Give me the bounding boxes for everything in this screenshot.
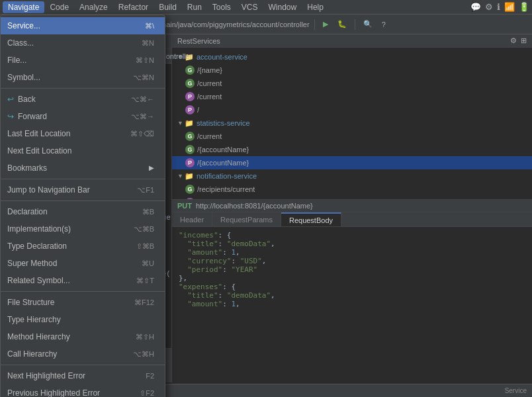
json-line: }, <box>179 274 525 283</box>
help-btn[interactable]: ? <box>378 19 389 30</box>
settings-icon[interactable]: ⚙ <box>485 2 493 12</box>
dropdown-menu: Service... ⌘\ Class... ⌘N File... ⌘⇧N Sy… <box>0 15 165 397</box>
expand-icon[interactable]: ⊞ <box>521 36 527 45</box>
dd-super-method[interactable]: Super Method ⌘U <box>1 255 165 272</box>
menu-window[interactable]: Window <box>263 1 302 13</box>
dd-file-structure[interactable]: File Structure ⌘F12 <box>1 294 165 311</box>
dd-class[interactable]: Class... ⌘N <box>1 34 165 52</box>
json-line: "amount": 1, <box>179 248 525 257</box>
dd-super-method-shortcut: ⌘U <box>142 257 154 270</box>
dd-jump-nav-label: Jump to Navigation Bar <box>7 183 124 197</box>
tab-header[interactable]: Header <box>172 212 212 226</box>
tab-request-body[interactable]: RequestBody <box>281 212 341 226</box>
info-icon[interactable]: ℹ <box>497 2 500 12</box>
dd-separator-5 <box>1 365 165 365</box>
collapse-arrow: ▼ <box>177 170 183 182</box>
menu-refactor[interactable]: Refactor <box>113 1 154 13</box>
menu-code[interactable]: Code <box>44 1 74 13</box>
dd-last-edit[interactable]: Last Edit Location ⌘⇧⌫ <box>1 125 165 142</box>
dd-call-hierarchy[interactable]: Call Hierarchy ⌥⌘H <box>1 345 165 363</box>
tree-item-notification-service[interactable]: ▼ 📁 notification-service <box>172 169 532 183</box>
dd-bookmarks-label: Bookmarks <box>7 161 145 175</box>
endpoint-path: /{accountName} <box>197 144 249 155</box>
panel-tabs: Header RequestParams RequestBody <box>172 212 532 227</box>
dd-symbol[interactable]: Symbol... ⌥⌘N <box>1 69 165 86</box>
tree-item-stats-accountname-g[interactable]: G /{accountName} <box>172 143 532 156</box>
dd-bookmarks[interactable]: Bookmarks ▶ <box>1 159 165 177</box>
dd-type-declaration[interactable]: Type Declaration ⇧⌘B <box>1 238 165 255</box>
status-right: Service <box>505 387 527 394</box>
toolbar-separator-2 <box>355 19 355 30</box>
endpoint-path: /recipients/current <box>197 183 255 195</box>
dd-declaration-label: Declaration <box>7 205 129 218</box>
rest-services-title: RestServices <box>177 37 220 45</box>
dd-separator-1 <box>1 88 165 89</box>
tree-item-stats-current[interactable]: G /current <box>172 130 532 143</box>
filter-icon[interactable]: ⚙ <box>510 36 517 45</box>
menu-tools[interactable]: Tools <box>207 1 236 13</box>
json-content: "incomes": { "title": "demoData", "amoun… <box>172 227 532 382</box>
endpoint-path: /current <box>197 130 222 142</box>
dd-method-hierarchy[interactable]: Method Hierarchy ⌘⇧H <box>1 328 165 345</box>
json-line: "currency": "USD", <box>179 257 525 265</box>
menu-build[interactable]: Build <box>154 1 182 13</box>
dd-prev-error[interactable]: Previous Highlighted Error ⇧F2 <box>1 384 165 397</box>
tree-item-account-service[interactable]: ▼ 📁 account-service <box>172 50 532 64</box>
dd-next-err-shortcut: F2 <box>146 369 154 382</box>
dd-call-hier-label: Call Hierarchy <box>7 347 120 361</box>
dd-forward-shortcut: ⌥⌘→ <box>131 110 154 123</box>
menu-run[interactable]: Run <box>182 1 207 13</box>
dd-file-label: File... <box>7 54 122 67</box>
dd-back-shortcut: ⌥⌘← <box>131 93 154 106</box>
tree-item-account-current-p[interactable]: P /current <box>172 90 532 103</box>
endpoint-path: /current <box>197 91 222 103</box>
menu-vcs[interactable]: VCS <box>236 1 263 13</box>
dd-back[interactable]: ↩ Back ⌥⌘← <box>1 91 165 108</box>
dd-service-shortcut: ⌘\ <box>145 19 154 32</box>
post-badge: P <box>185 105 195 114</box>
dd-type-decl-label: Type Declaration <box>7 240 123 253</box>
dd-service[interactable]: Service... ⌘\ <box>1 17 165 34</box>
search-icon[interactable]: 🔍 <box>360 19 376 30</box>
tree-item-account-current-g[interactable]: G /current <box>172 77 532 90</box>
dd-related-symbol-label: Related Symbol... <box>7 274 123 287</box>
tree-item-stats-accountname-p[interactable]: P /{accountName} <box>172 156 532 169</box>
dd-type-hierarchy[interactable]: Type Hierarchy <box>1 311 165 328</box>
dd-back-label: Back <box>18 93 118 106</box>
menu-help[interactable]: Help <box>302 1 329 13</box>
dd-last-edit-shortcut: ⌘⇧⌫ <box>130 127 154 140</box>
navigate-dropdown: Service... ⌘\ Class... ⌘N File... ⌘⇧N Sy… <box>0 15 165 397</box>
dd-prev-err-label: Previous Highlighted Error <box>7 386 126 397</box>
dd-class-shortcut: ⌘N <box>142 36 154 50</box>
run-btn[interactable]: ▶ <box>320 19 332 30</box>
dd-declaration[interactable]: Declaration ⌘B <box>1 203 165 220</box>
dd-implementations-label: Implementation(s) <box>7 222 120 236</box>
dd-super-method-label: Super Method <box>7 257 128 270</box>
menu-analyze[interactable]: Analyze <box>74 1 113 13</box>
dd-related-symbol[interactable]: Related Symbol... ⌘⇧T <box>1 272 165 289</box>
endpoint-path: /{name} <box>197 64 222 76</box>
tab-request-params[interactable]: RequestParams <box>212 212 281 226</box>
dd-jump-nav[interactable]: Jump to Navigation Bar ⌥F1 <box>1 181 165 198</box>
dd-next-edit[interactable]: Next Edit Location <box>1 142 165 159</box>
dd-file[interactable]: File... ⌘⇧N <box>1 52 165 69</box>
dd-next-error[interactable]: Next Highlighted Error F2 <box>1 367 165 384</box>
dd-forward[interactable]: ↪ Forward ⌥⌘→ <box>1 108 165 125</box>
dd-implementations[interactable]: Implementation(s) ⌥⌘B <box>1 220 165 238</box>
dd-symbol-shortcut: ⌥⌘N <box>133 71 154 84</box>
endpoint-path: / <box>197 104 199 116</box>
menu-navigate[interactable]: Navigate <box>3 1 44 13</box>
get-badge: G <box>185 66 195 75</box>
dd-type-decl-shortcut: ⇧⌘B <box>136 240 154 253</box>
tree-item-stats-service[interactable]: ▼ 📁 statistics-service <box>172 116 532 130</box>
put-badge: P <box>185 158 195 167</box>
tree-item-notif-recipients-g[interactable]: G /recipients/current <box>172 183 532 196</box>
tree-item-account-name[interactable]: G /{name} <box>172 64 532 77</box>
tree-item-account-root-p[interactable]: P / <box>172 103 532 116</box>
debug-btn[interactable]: 🐛 <box>334 19 350 30</box>
dd-declaration-shortcut: ⌘B <box>142 205 154 218</box>
dd-next-edit-label: Next Edit Location <box>7 144 141 157</box>
battery-icon: 🔋 <box>519 2 529 12</box>
endpoint-path: /{accountName} <box>197 157 249 169</box>
endpoint-path: /current <box>197 77 222 89</box>
